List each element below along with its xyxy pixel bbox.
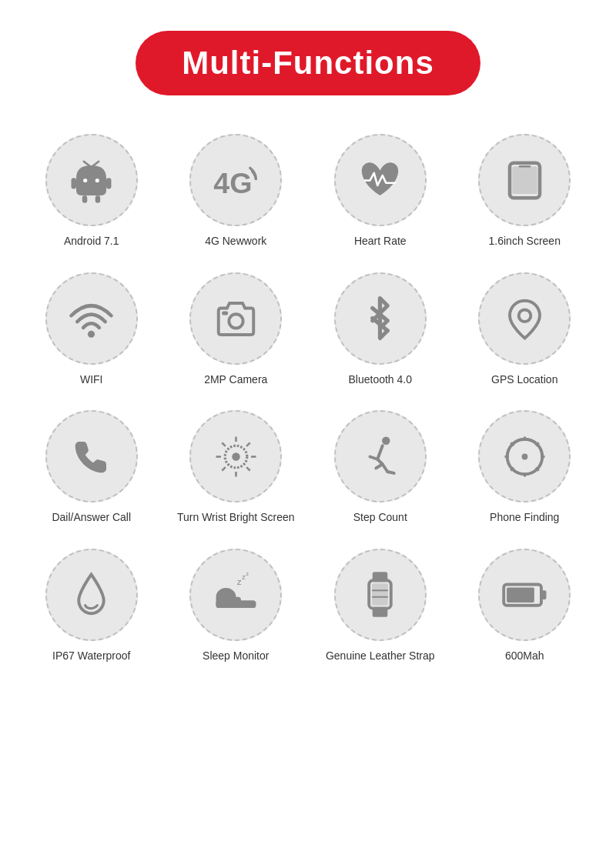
feature-item-heart: Heart Rate	[312, 134, 449, 249]
feature-item-strap: Genuine Leather Strap	[312, 549, 449, 664]
feature-label-screen: 1.6inch Screen	[489, 234, 561, 249]
svg-point-8	[83, 178, 87, 182]
heart-icon	[334, 134, 427, 226]
feature-label-4g: 4G Newwork	[205, 234, 266, 249]
feature-item-screen: 1.6inch Screen	[457, 134, 594, 249]
feature-item-step: Step Count	[312, 410, 449, 526]
svg-line-6	[84, 161, 90, 166]
feature-label-wifi: WIFI	[80, 372, 103, 388]
feature-item-wifi: WIFI	[23, 272, 160, 388]
bluetooth-icon	[334, 272, 427, 365]
android-icon	[45, 134, 138, 226]
feature-label-strap: Genuine Leather Strap	[326, 649, 435, 664]
gps-icon	[478, 272, 571, 365]
feature-label-waterproof: IP67 Waterproof	[52, 649, 130, 664]
title-badge: Multi-Functions	[136, 31, 480, 95]
step-icon	[334, 410, 427, 502]
sleep-icon: z z z	[189, 549, 282, 641]
svg-point-15	[88, 331, 95, 338]
wrist-icon	[189, 410, 282, 502]
feature-item-camera: 2MP Camera	[168, 272, 305, 388]
svg-text:4G: 4G	[213, 166, 252, 199]
battery-icon	[478, 549, 571, 641]
feature-item-wrist: Turn Wrist Bright Screen	[168, 410, 305, 526]
feature-item-battery: 600Mah	[457, 549, 594, 664]
waterproof-icon	[45, 549, 138, 641]
svg-rect-57	[507, 588, 534, 603]
feature-label-call: Dail/Answer Call	[52, 510, 131, 526]
svg-rect-14	[518, 165, 531, 168]
svg-rect-4	[82, 195, 88, 203]
feature-item-sleep: z z z Sleep Monitor	[168, 549, 305, 664]
feature-label-gps: GPS Location	[491, 372, 557, 388]
svg-line-29	[246, 467, 250, 471]
feature-item-android: Android 7.1	[23, 134, 160, 249]
feature-label-wrist: Turn Wrist Bright Screen	[177, 510, 295, 526]
feature-label-battery: 600Mah	[505, 649, 544, 664]
svg-line-28	[222, 442, 226, 446]
svg-rect-17	[222, 311, 228, 315]
svg-rect-5	[95, 195, 101, 203]
svg-text:z: z	[246, 571, 249, 577]
svg-line-31	[222, 467, 226, 471]
svg-rect-3	[106, 178, 112, 189]
page-title: Multi-Functions	[182, 45, 434, 81]
svg-point-32	[382, 436, 390, 444]
screen-icon	[478, 134, 571, 226]
feature-item-4g: 4G 4G Newwork	[168, 134, 305, 249]
feature-label-android: Android 7.1	[64, 234, 119, 249]
svg-rect-56	[541, 591, 547, 600]
feature-item-waterproof: IP67 Waterproof	[23, 549, 160, 664]
call-icon	[45, 410, 138, 502]
wifi-icon	[45, 272, 138, 365]
feature-item-bluetooth: Bluetooth 4.0	[312, 272, 449, 388]
svg-point-42	[521, 453, 527, 459]
svg-point-23	[232, 452, 239, 460]
svg-point-21	[518, 310, 531, 322]
4g-icon: 4G	[189, 134, 282, 226]
svg-line-30	[246, 442, 250, 446]
feature-label-camera: 2MP Camera	[204, 372, 267, 388]
svg-point-9	[95, 178, 99, 182]
features-grid: Android 7.1 4G 4G Newwork Heart Rate 1.6…	[23, 134, 593, 663]
feature-label-bluetooth: Bluetooth 4.0	[348, 372, 412, 388]
feature-label-sleep: Sleep Monitor	[203, 649, 269, 664]
feature-item-gps: GPS Location	[457, 272, 594, 388]
phone-find-icon	[478, 410, 571, 502]
feature-label-heart: Heart Rate	[354, 234, 407, 249]
feature-item-call: Dail/Answer Call	[23, 410, 160, 526]
svg-text:z: z	[242, 573, 246, 581]
svg-line-7	[92, 161, 99, 166]
strap-icon	[334, 549, 427, 641]
camera-icon	[189, 272, 282, 365]
svg-rect-2	[72, 178, 77, 189]
feature-label-phone-find: Phone Finding	[490, 510, 559, 526]
svg-point-16	[229, 314, 243, 328]
svg-text:z: z	[237, 576, 242, 586]
svg-point-45	[216, 588, 236, 606]
svg-rect-12	[512, 166, 537, 194]
svg-rect-52	[372, 583, 388, 606]
feature-label-step: Step Count	[353, 510, 407, 526]
feature-item-phone-find: Phone Finding	[457, 410, 594, 526]
